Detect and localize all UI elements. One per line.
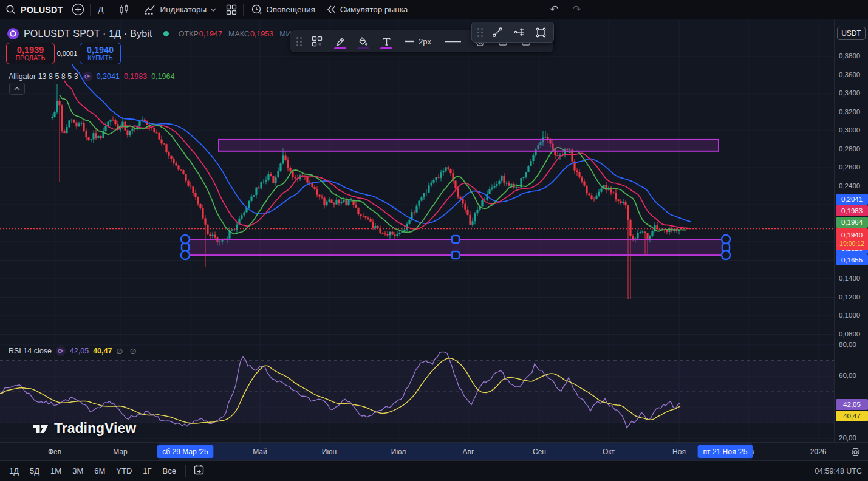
indicators-button[interactable]: Индикаторы	[139, 0, 222, 19]
text-icon	[382, 37, 391, 46]
trend-line-tool-button[interactable]	[488, 23, 507, 41]
currency-toggle-button[interactable]: USDT	[837, 27, 866, 40]
range-button-5Д[interactable]: 5Д	[26, 464, 44, 478]
trading-platform-window: POLUSDT Д Индикаторы Оповещения Симулято…	[0, 0, 868, 481]
selection-handle[interactable]	[452, 251, 459, 259]
buy-button[interactable]: 0,1940 КУПИТЬ	[80, 43, 121, 64]
range-button-1Г[interactable]: 1Г	[138, 464, 155, 478]
price-label: 0,1983	[836, 205, 868, 216]
utc-clock[interactable]: 04:59:48 UTC	[815, 467, 863, 476]
price-label: 0,1964	[836, 217, 868, 228]
time-axis-label: Май	[253, 448, 267, 456]
plus-circle-icon	[72, 3, 84, 16]
collapse-legend-button[interactable]	[9, 83, 25, 95]
symbol-name: POLUSDT	[19, 5, 63, 15]
time-axis-label: Фев	[48, 448, 61, 456]
price-tick: 0,1200	[839, 293, 860, 301]
selection-handle[interactable]	[181, 235, 190, 244]
time-axis[interactable]: ФевМарМайИюнИюлАвгСенОктНояДек2026сб 29 …	[0, 442, 868, 460]
alligator-lips-value: 0,1964	[151, 72, 174, 81]
tradingview-watermark: TradingView	[33, 420, 136, 437]
range-button-3М[interactable]: 3М	[68, 464, 87, 478]
price-tick: 0,3200	[839, 108, 860, 115]
range-button-Все[interactable]: Все	[159, 464, 180, 478]
price-tick: 0,2400	[839, 182, 860, 189]
line-color-swatch	[334, 47, 346, 49]
range-button-6М[interactable]: 6М	[90, 464, 109, 478]
rsi-value-label: 42,05	[836, 399, 868, 410]
line-style-button[interactable]	[439, 32, 467, 50]
favorite-tools-toolbar	[471, 22, 554, 43]
axis-settings-icon[interactable]	[850, 447, 861, 460]
symbol-search-button[interactable]: POLUSDT	[0, 0, 68, 19]
selection-handle[interactable]	[182, 244, 189, 251]
date-range-badge[interactable]: сб 29 Мар '25	[157, 445, 213, 458]
rsi-legend[interactable]: RSI 14 close ⟳ 42,05 40,47 ∅ ∅	[9, 346, 139, 356]
time-axis-label: Авг	[463, 448, 474, 456]
indicator-sync-icon: ⟳	[56, 346, 66, 356]
line-thickness-button[interactable]: 2px	[399, 32, 437, 50]
chart-type-button[interactable]	[113, 0, 135, 19]
spread-value: 0,0001	[55, 50, 80, 57]
selection-handle[interactable]	[452, 236, 459, 243]
indicator-sync-icon: ⟳	[83, 72, 92, 81]
alligator-legend[interactable]: Alligator 13 8 5 8 5 3 ⟳ 0,2041 0,1983 0…	[9, 72, 174, 81]
sell-button[interactable]: 0,1939 ПРОДАТЬ	[6, 43, 55, 64]
range-button-YTD[interactable]: YTD	[112, 464, 136, 478]
market-status-dot[interactable]	[163, 31, 169, 36]
line-style-icon	[445, 41, 461, 43]
alligator-jaw-value: 0,2041	[97, 72, 120, 81]
price-chart-canvas[interactable]	[0, 0, 834, 442]
redo-button[interactable]: ↷	[564, 0, 587, 19]
top-toolbar: POLUSDT Д Индикаторы Оповещения Симулято…	[0, 0, 868, 19]
toolbar-divider	[90, 4, 91, 16]
pane-separator[interactable]	[0, 339, 868, 339]
time-axis-label: Сен	[533, 448, 546, 456]
undo-button[interactable]: ↶	[544, 0, 564, 19]
fill-color-button[interactable]	[353, 32, 374, 50]
pitchfork-tool-button[interactable]	[510, 23, 529, 41]
alerts-button[interactable]: Оповещения	[245, 0, 321, 19]
interval-button[interactable]: Д	[92, 0, 109, 19]
selection-handle[interactable]	[722, 235, 730, 244]
text-color-swatch	[380, 47, 392, 49]
rectangle-tool-button[interactable]	[531, 23, 550, 41]
drawn-rectangle[interactable]	[219, 140, 719, 151]
selection-handle[interactable]	[722, 251, 730, 259]
pitchfork-icon	[514, 27, 525, 37]
toolbar-divider	[137, 4, 137, 16]
range-button-1Д[interactable]: 1Д	[5, 464, 23, 478]
replay-rewind-icon	[326, 5, 337, 14]
rsi-tick: 20,00	[839, 434, 856, 442]
line-color-button[interactable]	[330, 32, 350, 50]
trend-line-icon	[492, 27, 503, 38]
rsi-value: 42,05	[70, 347, 89, 355]
toolbar-drag-handle[interactable]	[294, 37, 304, 46]
time-axis-label: Ноя	[672, 448, 686, 456]
selection-handle[interactable]	[722, 244, 730, 251]
go-to-date-button[interactable]	[191, 463, 207, 479]
price-tick: 0,3800	[839, 52, 860, 60]
selected-range-highlight	[159, 443, 752, 460]
price-axis[interactable]: USDT 0,38000,36000,34000,32000,30000,280…	[834, 19, 868, 442]
alligator-lips-line	[60, 95, 686, 234]
chart-title[interactable]: POLUSDT SPOT · 1Д · Bybit	[24, 29, 152, 39]
selection-handle[interactable]	[181, 251, 190, 259]
template-button[interactable]	[307, 32, 327, 50]
compare-add-button[interactable]	[68, 0, 88, 19]
toolbar-divider	[542, 4, 542, 16]
range-button-1М[interactable]: 1М	[46, 464, 66, 478]
price-tick: 0,1000	[839, 312, 860, 319]
rsi-value-label: 40,47	[836, 411, 868, 421]
replay-button[interactable]: Симулятор рынка	[321, 0, 414, 19]
rsi-tick: 60,00	[839, 372, 856, 379]
text-color-button[interactable]	[376, 32, 397, 50]
thickness-line-icon	[405, 40, 414, 43]
rectangle-tool-icon	[535, 27, 547, 38]
candles-icon	[118, 4, 129, 15]
toolbar-drag-handle[interactable]	[475, 28, 485, 37]
layout-button[interactable]	[222, 0, 241, 19]
price-tick: 0,3000	[839, 126, 860, 134]
date-range-badge[interactable]: пт 21 Ноя '25	[698, 445, 753, 458]
chevron-down-icon	[210, 8, 216, 12]
